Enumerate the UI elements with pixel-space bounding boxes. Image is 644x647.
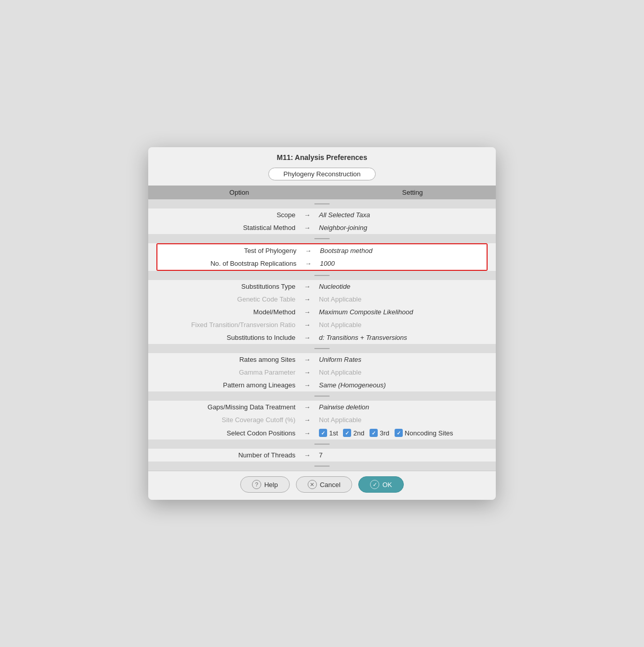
label-statistical-method: Statistical Method: [156, 224, 300, 232]
arrow-statistical-method: →: [300, 224, 315, 232]
label-substitutions-type: Substitutions Type: [156, 283, 300, 290]
table-body: Scope → All Selected Taxa Statistical Me…: [148, 199, 496, 471]
arrow-gamma-parameter: →: [300, 368, 315, 376]
row-statistical-method: Statistical Method → Neighbor-joining: [148, 221, 496, 234]
label-fixed-transition: Fixed Transition/Transversion Ratio: [156, 321, 300, 329]
arrow-codon-positions: →: [300, 429, 315, 437]
label-rates-among-sites: Rates among Sites: [156, 356, 300, 363]
value-test-phylogeny: Bootstrap method: [316, 247, 487, 255]
label-number-threads: Number of Threads: [156, 451, 300, 459]
arrow-pattern-among-lineages: →: [300, 381, 315, 389]
row-substitutions-include: Substitutions to Include → d: Transition…: [148, 331, 496, 344]
ok-label: OK: [382, 481, 392, 489]
checkbox-1st-icon: [319, 429, 327, 437]
row-gaps-missing: Gaps/Missing Data Treatment → Pairwise d…: [148, 401, 496, 413]
arrow-genetic-code-table: →: [300, 295, 315, 303]
cancel-button[interactable]: ✕ Cancel: [296, 476, 352, 493]
value-genetic-code-table: Not Applicable: [315, 295, 488, 303]
value-gaps-missing: Pairwise deletion: [315, 403, 488, 411]
section-divider-3: [148, 271, 496, 280]
arrow-site-coverage: →: [300, 416, 315, 424]
value-substitutions-include: d: Transitions + Transversions: [315, 334, 488, 341]
label-gamma-parameter: Gamma Parameter: [156, 368, 300, 376]
label-gaps-missing: Gaps/Missing Data Treatment: [156, 403, 300, 411]
highlighted-group: Test of Phylogeny → Bootstrap method No.…: [156, 243, 488, 271]
label-scope: Scope: [156, 211, 300, 219]
row-pattern-among-lineages: Pattern among Lineages → Same (Homogeneo…: [148, 379, 496, 391]
section-divider-4: [148, 344, 496, 353]
cancel-icon: ✕: [308, 480, 317, 489]
value-bootstrap-replications: 1000: [316, 260, 487, 267]
arrow-test-phylogeny: →: [301, 247, 316, 255]
value-statistical-method: Neighbor-joining: [315, 224, 488, 232]
arrow-model-method: →: [300, 308, 315, 316]
checkbox-noncoding[interactable]: Noncoding Sites: [395, 429, 453, 437]
row-rates-among-sites: Rates among Sites → Uniform Rates: [148, 353, 496, 366]
section-divider-6: [148, 440, 496, 449]
header-option: Option: [156, 189, 322, 196]
value-fixed-transition: Not Applicable: [315, 321, 488, 329]
row-substitutions-type: Substitutions Type → Nucleotide: [148, 280, 496, 293]
label-model-method: Model/Method: [156, 308, 300, 316]
cancel-label: Cancel: [320, 481, 340, 489]
row-site-coverage: Site Coverage Cutoff (%) → Not Applicabl…: [148, 413, 496, 426]
arrow-substitutions-type: →: [300, 283, 315, 290]
value-number-threads: 7: [315, 451, 488, 459]
help-icon: ?: [252, 480, 261, 489]
row-codon-positions: Select Codon Positions → 1st 2nd 3rd Non: [148, 426, 496, 440]
row-bootstrap-replications: No. of Bootstrap Replications → 1000: [157, 257, 487, 270]
checkbox-noncoding-label: Noncoding Sites: [405, 429, 453, 437]
arrow-gaps-missing: →: [300, 403, 315, 411]
checkbox-3rd-label: 3rd: [380, 429, 389, 437]
row-model-method: Model/Method → Maximum Composite Likelih…: [148, 306, 496, 318]
analysis-preferences-dialog: M11: Analysis Preferences Phylogeny Reco…: [148, 147, 496, 500]
ok-button[interactable]: ✓ OK: [358, 476, 404, 493]
footer: ? Help ✕ Cancel ✓ OK: [148, 471, 496, 500]
row-number-threads: Number of Threads → 7: [148, 449, 496, 461]
section-divider-1: [148, 199, 496, 209]
dialog-title: M11: Analysis Preferences: [148, 147, 496, 166]
label-substitutions-include: Substitutions to Include: [156, 334, 300, 341]
value-rates-among-sites: Uniform Rates: [315, 356, 488, 363]
section-divider-2: [148, 234, 496, 243]
checkbox-1st[interactable]: 1st: [319, 429, 338, 437]
row-gamma-parameter: Gamma Parameter → Not Applicable: [148, 366, 496, 379]
ok-icon: ✓: [370, 480, 379, 489]
arrow-substitutions-include: →: [300, 334, 315, 341]
row-fixed-transition: Fixed Transition/Transversion Ratio → No…: [148, 318, 496, 331]
label-pattern-among-lineages: Pattern among Lineages: [156, 381, 300, 389]
value-scope: All Selected Taxa: [315, 211, 488, 219]
header-setting: Setting: [322, 189, 488, 196]
row-test-phylogeny: Test of Phylogeny → Bootstrap method: [157, 244, 487, 257]
value-pattern-among-lineages: Same (Homogeneous): [315, 381, 488, 389]
arrow-rates-among-sites: →: [300, 356, 315, 363]
arrow-fixed-transition: →: [300, 321, 315, 329]
label-bootstrap-replications: No. of Bootstrap Replications: [157, 260, 301, 267]
label-site-coverage: Site Coverage Cutoff (%): [156, 416, 300, 424]
row-genetic-code-table: Genetic Code Table → Not Applicable: [148, 293, 496, 306]
arrow-bootstrap-replications: →: [301, 260, 316, 267]
checkbox-1st-label: 1st: [329, 429, 338, 437]
type-button-row: Phylogeny Reconstruction: [148, 166, 496, 186]
help-button[interactable]: ? Help: [240, 476, 290, 493]
checkbox-2nd-label: 2nd: [353, 429, 364, 437]
checkbox-2nd[interactable]: 2nd: [343, 429, 364, 437]
checkbox-3rd-icon: [370, 429, 378, 437]
value-substitutions-type: Nucleotide: [315, 283, 488, 290]
help-label: Help: [264, 481, 278, 489]
checkbox-3rd[interactable]: 3rd: [370, 429, 389, 437]
checkboxes-container: 1st 2nd 3rd Noncoding Sites: [315, 429, 488, 437]
row-scope: Scope → All Selected Taxa: [148, 209, 496, 221]
type-button[interactable]: Phylogeny Reconstruction: [268, 168, 375, 180]
value-gamma-parameter: Not Applicable: [315, 368, 488, 376]
arrow-number-threads: →: [300, 451, 315, 459]
section-divider-5: [148, 391, 496, 401]
label-test-phylogeny: Test of Phylogeny: [157, 247, 301, 255]
label-codon-positions: Select Codon Positions: [156, 429, 300, 437]
label-genetic-code-table: Genetic Code Table: [156, 295, 300, 303]
arrow-scope: →: [300, 211, 315, 219]
value-site-coverage: Not Applicable: [315, 416, 488, 424]
checkbox-2nd-icon: [343, 429, 351, 437]
checkbox-noncoding-icon: [395, 429, 403, 437]
table-header: Option Setting: [148, 186, 496, 199]
